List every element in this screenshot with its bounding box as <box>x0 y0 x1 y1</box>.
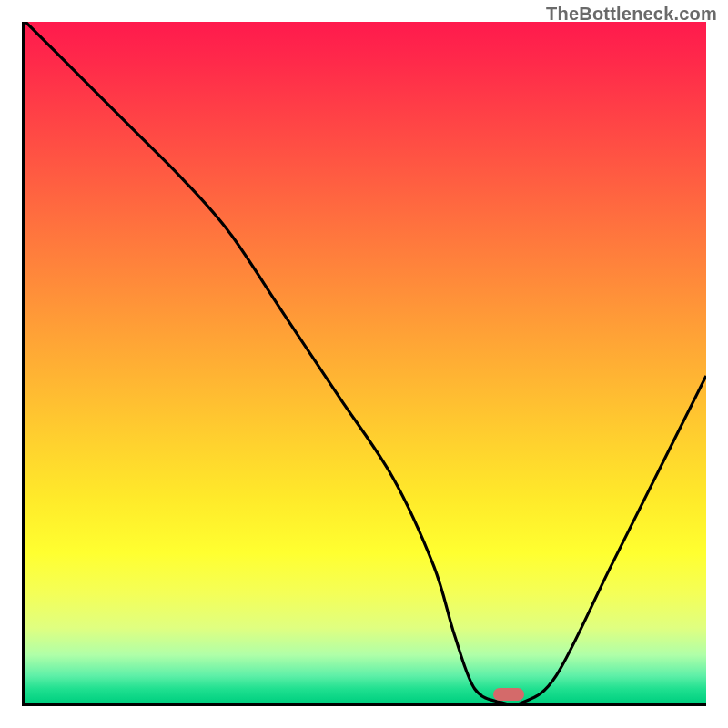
chart-container: TheBottleneck.com <box>0 0 728 728</box>
watermark-text: TheBottleneck.com <box>546 4 717 25</box>
chart-curve-svg <box>25 22 706 703</box>
plot-area <box>22 22 706 706</box>
bottleneck-curve-path <box>25 22 706 703</box>
optimal-point-marker <box>493 688 524 701</box>
